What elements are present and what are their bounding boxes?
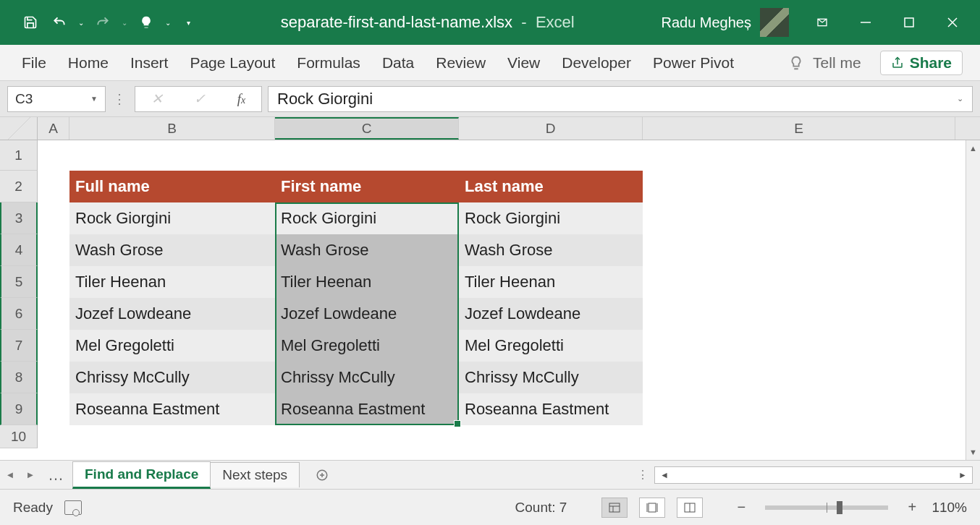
cell[interactable]: Tiler Heenan <box>275 266 459 298</box>
ideas-dropdown[interactable]: ⌄ <box>162 19 174 27</box>
cell[interactable]: Mel Gregoletti <box>69 330 275 362</box>
user-area: Radu Megheș <box>661 8 789 37</box>
name-box-value: C3 <box>15 91 33 107</box>
formula-bar-splitter[interactable]: ⋮ <box>111 91 129 107</box>
cell[interactable]: Rock Giorgini <box>459 202 643 234</box>
col-header-b[interactable]: B <box>69 117 275 140</box>
plus-circle-icon <box>316 469 329 482</box>
ribbon: File Home Insert Page Layout Formulas Da… <box>0 45 980 81</box>
row-header[interactable]: 10 <box>0 425 38 448</box>
tab-insert[interactable]: Insert <box>129 50 170 76</box>
tab-file[interactable]: File <box>20 50 48 76</box>
cell[interactable]: Tiler Heenan <box>69 266 275 298</box>
zoom-out-button[interactable]: − <box>733 499 749 516</box>
ideas-button[interactable] <box>133 9 159 35</box>
cell[interactable]: Chrissy McCully <box>459 362 643 393</box>
view-page-break-button[interactable] <box>677 498 703 518</box>
cell[interactable]: Chrissy McCully <box>275 362 459 393</box>
share-button[interactable]: Share <box>880 51 963 75</box>
horizontal-scrollbar[interactable]: ◄ ► <box>654 466 973 484</box>
cell[interactable]: Wash Grose <box>275 234 459 266</box>
row-header[interactable]: 1 <box>0 140 38 171</box>
cells-area[interactable]: Full name First name Last name Rock Gior… <box>38 140 980 460</box>
sheet-divider[interactable]: ⋮ <box>631 468 654 482</box>
table-header[interactable]: First name <box>275 171 459 202</box>
undo-button[interactable] <box>46 9 72 35</box>
username-label: Radu Megheș <box>661 14 751 31</box>
tab-developer[interactable]: Developer <box>560 50 633 76</box>
cell[interactable]: Jozef Lowdeane <box>459 298 643 330</box>
row-header[interactable]: 4 <box>0 234 38 266</box>
sheet-tab-next-steps[interactable]: Next steps <box>210 462 300 487</box>
table-header[interactable]: Full name <box>69 171 275 202</box>
row-header[interactable]: 6 <box>0 298 38 330</box>
table-header[interactable]: Last name <box>459 171 643 202</box>
col-header-a[interactable]: A <box>38 117 69 140</box>
tab-formulas[interactable]: Formulas <box>295 50 362 76</box>
close-button[interactable] <box>931 5 974 40</box>
redo-button[interactable] <box>90 9 116 35</box>
formula-bar[interactable]: Rock Giorgini ⌄ <box>268 86 973 112</box>
cell[interactable]: Rock Giorgini <box>69 202 275 234</box>
tell-me[interactable]: Tell me <box>788 53 861 73</box>
cancel-icon[interactable]: ✕ <box>151 90 163 107</box>
view-page-layout-button[interactable] <box>639 498 665 518</box>
sheet-more[interactable]: … <box>41 466 72 485</box>
scroll-down-icon[interactable]: ▼ <box>966 444 980 460</box>
row-header[interactable]: 5 <box>0 266 38 298</box>
cell[interactable]: Wash Grose <box>459 234 643 266</box>
macro-record-icon[interactable] <box>64 500 82 515</box>
cell[interactable]: Jozef Lowdeane <box>69 298 275 330</box>
sheet-nav-next[interactable]: ► <box>20 469 41 480</box>
qat-customize[interactable]: ▾ <box>182 19 194 27</box>
avatar[interactable] <box>760 8 789 37</box>
enter-icon[interactable]: ✓ <box>194 90 206 107</box>
zoom-in-button[interactable]: + <box>904 499 920 516</box>
row-header[interactable]: 2 <box>0 171 38 202</box>
scroll-left-icon[interactable]: ◄ <box>655 470 674 480</box>
cell[interactable]: Roseanna Eastment <box>275 393 459 425</box>
tab-page-layout[interactable]: Page Layout <box>188 50 276 76</box>
row-header[interactable]: 7 <box>0 330 38 362</box>
cell[interactable]: Chrissy McCully <box>69 362 275 393</box>
select-all-corner[interactable] <box>0 117 38 140</box>
status-ready: Ready <box>13 500 53 516</box>
tab-power-pivot[interactable]: Power Pivot <box>651 50 735 76</box>
vertical-scrollbar[interactable]: ▲ ▼ <box>966 140 980 460</box>
sheet-tab-find-replace[interactable]: Find and Replace <box>72 461 211 489</box>
cell[interactable]: Tiler Heenan <box>459 266 643 298</box>
save-button[interactable] <box>17 9 43 35</box>
zoom-level[interactable]: 110% <box>932 500 967 516</box>
col-header-d[interactable]: D <box>459 117 643 140</box>
zoom-slider[interactable] <box>765 505 888 510</box>
scroll-up-icon[interactable]: ▲ <box>966 140 980 156</box>
tab-view[interactable]: View <box>506 50 541 76</box>
cell[interactable]: Mel Gregoletti <box>275 330 459 362</box>
col-header-e[interactable]: E <box>643 117 955 140</box>
row-header[interactable]: 3 <box>0 202 38 234</box>
tab-data[interactable]: Data <box>381 50 415 76</box>
cell[interactable]: Roseanna Eastment <box>69 393 275 425</box>
cell[interactable]: Rock Giorgini <box>275 202 459 234</box>
new-sheet-button[interactable] <box>309 465 335 485</box>
maximize-button[interactable] <box>887 5 931 40</box>
redo-dropdown[interactable]: ⌄ <box>119 19 130 27</box>
cell[interactable]: Roseanna Eastment <box>459 393 643 425</box>
sheet-nav-prev[interactable]: ◄ <box>0 469 20 480</box>
cell[interactable]: Mel Gregoletti <box>459 330 643 362</box>
col-header-c[interactable]: C <box>275 117 459 140</box>
undo-dropdown[interactable]: ⌄ <box>75 19 87 27</box>
view-normal-button[interactable] <box>601 498 628 518</box>
row-header[interactable]: 8 <box>0 362 38 393</box>
tab-home[interactable]: Home <box>67 50 110 76</box>
fx-icon[interactable]: fx <box>237 91 246 107</box>
chevron-down-icon[interactable]: ⌄ <box>957 94 963 103</box>
ribbon-options-button[interactable] <box>801 5 844 40</box>
minimize-button[interactable] <box>844 5 887 40</box>
cell[interactable]: Wash Grose <box>69 234 275 266</box>
name-box[interactable]: C3 ▼ <box>7 86 106 112</box>
row-header[interactable]: 9 <box>0 393 38 425</box>
tab-review[interactable]: Review <box>434 50 487 76</box>
scroll-right-icon[interactable]: ► <box>953 470 972 480</box>
cell[interactable]: Jozef Lowdeane <box>275 298 459 330</box>
